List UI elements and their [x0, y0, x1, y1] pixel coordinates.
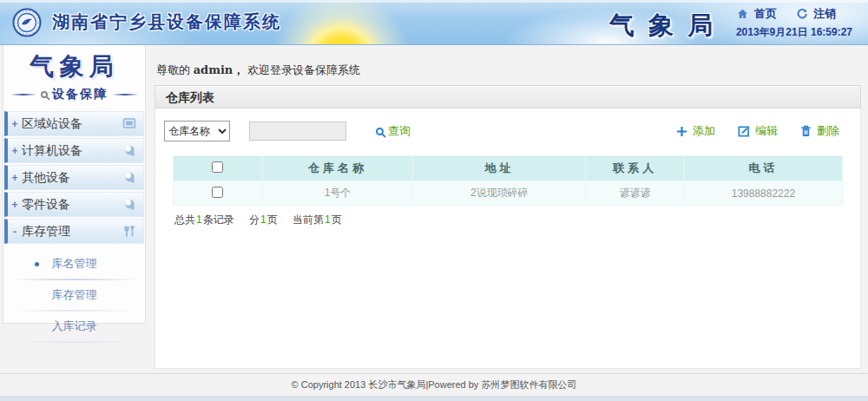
tools-icon [119, 225, 140, 238]
sidebar-submenu: 库名管理 库存管理 入库记录 [3, 246, 145, 343]
bureau-emblem-logo [0, 8, 42, 37]
username: admin， [194, 63, 245, 76]
sidebar-menu: + 区域站设备 + 计算机设备 + [3, 111, 145, 244]
sidebar-brand-subtitle: 设备保障 [10, 87, 138, 102]
system-title: 湖南省宁乡县设备保障系统 [52, 10, 281, 34]
row-checkbox[interactable] [212, 187, 223, 198]
column-header-address: 地址 [413, 156, 586, 181]
search-input[interactable] [249, 122, 346, 141]
total-pages-count: 1 [260, 214, 267, 226]
search-button[interactable]: 查询 [376, 123, 411, 139]
magnifier-icon [41, 91, 48, 98]
sidebar-item-inventory-management[interactable]: - 库存管理 [4, 219, 144, 244]
column-header-warehouse-name: 仓库名称 [262, 156, 413, 181]
sidebar: 气象局 设备保障 + 区域站设备 + [0, 45, 148, 373]
pagination: 总共1条记录 分1页 当前第1页 [174, 213, 852, 227]
bubble-icon [119, 144, 140, 157]
footer-strip [0, 396, 868, 401]
warehouse-table: 仓库名称 地址 联系人 电话 1号个 2说现琐碎碎 谚谚谚 [173, 155, 843, 206]
edit-button[interactable]: 编辑 [738, 123, 778, 139]
refresh-icon [796, 8, 808, 20]
footer: © Copyright 2013 长沙市气象局|Powered by 苏州梦图软… [0, 373, 868, 401]
add-button[interactable]: 添加 [676, 123, 715, 139]
edit-icon [738, 125, 750, 137]
select-all-checkbox[interactable] [212, 161, 223, 173]
monitor-icon [119, 117, 140, 130]
logout-link[interactable]: 注销 [813, 6, 836, 22]
warehouse-list-panel: 仓库列表 仓库名称 查询 [155, 85, 861, 369]
submenu-item-warehouse-name-management[interactable]: 库名管理 [3, 251, 145, 277]
cell-contact: 谚谚谚 [586, 181, 684, 206]
sidebar-item-parts-equipment[interactable]: + 零件设备 [4, 192, 144, 217]
panel-title: 仓库列表 [155, 85, 861, 108]
toolbar: 仓库名称 查询 添加 [164, 121, 852, 141]
sidebar-brand-title: 气象局 [3, 50, 145, 83]
copyright-text: © Copyright 2013 长沙市气象局|Powered by 苏州梦图软… [0, 374, 868, 396]
cell-phone: 13988882222 [684, 181, 842, 206]
total-records-count: 1 [195, 214, 203, 226]
column-header-contact: 联系人 [586, 156, 684, 181]
top-header: 湖南省宁乡县设备保障系统 气象局 首页 注销 2013年9月21日 16:59:… [0, 0, 868, 45]
bubble-icon [119, 171, 140, 184]
search-icon [376, 128, 384, 135]
submenu-item-inventory-management[interactable]: 库存管理 [3, 282, 145, 308]
filter-field-select[interactable]: 仓库名称 [164, 121, 230, 141]
plus-icon [676, 126, 687, 137]
trash-icon [800, 125, 812, 137]
sidebar-item-region-station-equipment[interactable]: + 区域站设备 [4, 111, 144, 136]
sidebar-item-computer-equipment[interactable]: + 计算机设备 [4, 138, 144, 163]
cell-warehouse-name: 1号个 [262, 181, 413, 206]
submenu-item-inbound-records[interactable]: 入库记录 [3, 313, 145, 339]
cell-address: 2说现琐碎碎 [413, 181, 586, 206]
divider [12, 310, 136, 312]
table-row: 1号个 2说现琐碎碎 谚谚谚 13988882222 [174, 181, 843, 206]
table-header-row: 仓库名称 地址 联系人 电话 [174, 156, 843, 181]
sidebar-item-other-equipment[interactable]: + 其他设备 [4, 165, 144, 190]
column-header-phone: 电话 [684, 156, 842, 181]
home-icon [736, 8, 749, 20]
main-content: 尊敬的 admin， 欢迎登录设备保障系统 仓库列表 仓库名称 查询 [148, 45, 868, 373]
home-link[interactable]: 首页 [754, 6, 777, 22]
header-datetime: 2013年9月21日 16:59:27 [736, 25, 852, 40]
delete-button[interactable]: 删除 [800, 123, 839, 139]
current-page-number: 1 [324, 214, 332, 226]
divider [12, 279, 136, 280]
divider [12, 341, 136, 343]
bubble-icon [119, 198, 140, 211]
bureau-title: 气象局 [609, 9, 727, 43]
welcome-message: 尊敬的 admin， 欢迎登录设备保障系统 [148, 45, 868, 85]
page: 湖南省宁乡县设备保障系统 气象局 首页 注销 2013年9月21日 16:59:… [0, 0, 868, 401]
active-bullet-icon [35, 262, 39, 266]
